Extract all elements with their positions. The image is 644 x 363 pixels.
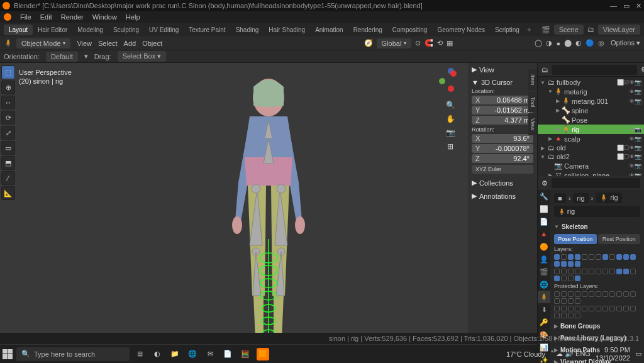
- view-header[interactable]: View: [479, 66, 494, 74]
- tool-cursor[interactable]: ⊕: [1, 81, 15, 94]
- pose-position-button[interactable]: Pose Position: [554, 234, 597, 244]
- minimize-button[interactable]: —: [610, 2, 617, 10]
- tab-hair-shading[interactable]: Hair Shading: [264, 25, 310, 35]
- viewlayer-selector[interactable]: ViewLayer: [598, 25, 640, 35]
- bone-groups-panel[interactable]: Bone Groups: [554, 320, 640, 332]
- rotation-mode[interactable]: XYZ Euler: [472, 165, 533, 174]
- show-desktop[interactable]: ▭: [635, 350, 641, 358]
- collections-header[interactable]: Collections: [479, 179, 513, 187]
- menu-render[interactable]: Render: [61, 13, 84, 21]
- property-tab[interactable]: 🌐: [538, 278, 550, 291]
- viewport-3d[interactable]: ⬚ ⊕ ↔ ⟳ ⤢ ▭ ⬒ ∕ 📐 User Perspective (20) …: [0, 63, 537, 333]
- property-tab[interactable]: ⬜: [538, 203, 550, 215]
- outliner-node[interactable]: ▶🧍metarig.001👁📷: [538, 96, 644, 106]
- bc-data[interactable]: 🧍 rig: [596, 193, 621, 203]
- outliner-node[interactable]: ▼🗂old2⬜☐👁📷: [538, 152, 644, 161]
- property-tab[interactable]: 🎬: [538, 265, 550, 278]
- n-tab-view[interactable]: View: [528, 113, 537, 135]
- menu-select[interactable]: Select: [98, 40, 118, 47]
- rot-y[interactable]: Y-0.000078°: [472, 144, 533, 153]
- outliner-node[interactable]: ▶🔺scalp👁📷: [538, 134, 644, 143]
- tab-animation[interactable]: Animation: [310, 25, 348, 35]
- tool-select-box[interactable]: ⬚: [1, 65, 15, 79]
- tool-scale[interactable]: ⤢: [1, 126, 15, 140]
- outliner-node[interactable]: ▶▽collision_plane👁📷: [538, 170, 644, 176]
- tool-annotate[interactable]: ⬒: [1, 156, 15, 170]
- property-tab[interactable]: 🧍: [538, 291, 550, 303]
- scene-selector[interactable]: Scene: [554, 25, 584, 35]
- tab-sculpting[interactable]: Sculpting: [108, 25, 144, 35]
- tab-rendering[interactable]: Rendering: [348, 25, 387, 35]
- menu-file[interactable]: File: [20, 13, 31, 21]
- cortana-icon[interactable]: ◐: [151, 348, 164, 360]
- grid-icon[interactable]: ▦: [447, 39, 453, 47]
- perspective-icon[interactable]: ⊞: [445, 141, 456, 152]
- browser-icon[interactable]: 🌐: [186, 348, 199, 360]
- weather-widget[interactable]: 17°C Cloudy: [506, 350, 545, 358]
- rest-position-button[interactable]: Rest Position: [598, 234, 641, 244]
- cursor-z[interactable]: Z4.377 m: [472, 116, 533, 125]
- taskbar-search[interactable]: 🔍 Type here to search: [16, 347, 130, 361]
- explorer-icon[interactable]: 📁: [169, 348, 181, 360]
- zoom-icon[interactable]: 🔍: [445, 99, 456, 111]
- tab-layout[interactable]: Layout: [4, 25, 33, 35]
- options-dropdown[interactable]: Options ▾: [611, 39, 640, 47]
- tab-shading[interactable]: Shading: [231, 25, 264, 35]
- tool-rotate[interactable]: ⟳: [1, 111, 15, 125]
- pivot-icon[interactable]: ⊙: [415, 39, 421, 47]
- annotations-header[interactable]: Annotations: [479, 193, 516, 200]
- menu-window[interactable]: Window: [92, 13, 117, 21]
- filter-icon[interactable]: ⚙: [641, 65, 644, 74]
- tab-modeling[interactable]: Modeling: [72, 25, 108, 35]
- property-tab[interactable]: 👤: [538, 253, 550, 265]
- armature-layers[interactable]: [554, 254, 640, 267]
- xray-icon[interactable]: 🔵: [586, 39, 594, 47]
- tool-add[interactable]: 📐: [1, 186, 15, 200]
- tab-uv-editing[interactable]: UV Editing: [144, 25, 184, 35]
- rot-x[interactable]: X93.6°: [472, 134, 533, 143]
- menu-object[interactable]: Object: [142, 40, 162, 47]
- property-tab[interactable]: 🔧: [538, 190, 550, 203]
- outliner-node[interactable]: ▼🗂fullbody⬜☑👁📷: [538, 78, 644, 87]
- rot-z[interactable]: Z92.4°: [472, 154, 533, 163]
- n-tab-item[interactable]: Item: [528, 69, 537, 91]
- cursor-y[interactable]: Y-0.01562 m: [472, 106, 533, 114]
- properties-search[interactable]: [552, 178, 640, 188]
- tool-move[interactable]: ↔: [1, 96, 15, 109]
- nav-gizmo[interactable]: [436, 68, 464, 96]
- outliner-node[interactable]: ▶🗂old⬜☐👁📷: [538, 143, 644, 152]
- armature-name-field[interactable]: 🧍 rig: [554, 206, 640, 217]
- menu-help[interactable]: Help: [126, 13, 140, 21]
- menu-edit[interactable]: Edit: [40, 13, 52, 21]
- outliner-node[interactable]: ▶🦴spine: [538, 106, 644, 115]
- pan-icon[interactable]: ✋: [445, 113, 456, 125]
- shading-matcap-icon[interactable]: ●: [556, 40, 560, 47]
- maximize-button[interactable]: ▭: [623, 2, 630, 10]
- outliner-node[interactable]: 📷Camera👁📷: [538, 161, 644, 170]
- outliner-node[interactable]: 🦴Pose: [538, 115, 644, 125]
- drag-mode[interactable]: Select Box ▾: [118, 51, 167, 62]
- outliner-search[interactable]: [552, 65, 637, 75]
- shading-solid-icon[interactable]: ◑: [546, 39, 552, 47]
- bc-object[interactable]: rig: [573, 193, 588, 203]
- bc-scene[interactable]: ■: [554, 193, 566, 203]
- orientation-value[interactable]: Default: [46, 52, 78, 62]
- shading-mode-icon[interactable]: ◎: [598, 39, 604, 47]
- overlay-icon[interactable]: ◐: [575, 39, 582, 47]
- tab-geometry-nodes[interactable]: Geometry Nodes: [432, 25, 490, 35]
- menu-add[interactable]: Add: [124, 40, 136, 47]
- n-tab-tool[interactable]: Tool: [528, 92, 537, 113]
- menu-view[interactable]: View: [77, 40, 92, 47]
- property-tab[interactable]: 🔺: [538, 228, 550, 240]
- outliner-node[interactable]: ▶🧍rig👁📷: [538, 125, 644, 134]
- clock[interactable]: 9:50 PM 13/10/2022: [596, 346, 630, 361]
- proportional-icon[interactable]: ⟲: [437, 39, 443, 47]
- blender-taskbar-icon[interactable]: 🟧: [257, 348, 269, 360]
- snap-icon[interactable]: 🧲: [425, 39, 433, 47]
- task-view-icon[interactable]: ⊞: [133, 348, 146, 360]
- system-tray[interactable]: ˄ ☁ 🔊 ENG: [550, 350, 591, 358]
- property-tab[interactable]: 📄: [538, 215, 550, 228]
- app-icon[interactable]: 📄: [221, 348, 234, 360]
- add-workspace-button[interactable]: +: [527, 26, 531, 33]
- property-tab[interactable]: 🟠: [538, 240, 550, 253]
